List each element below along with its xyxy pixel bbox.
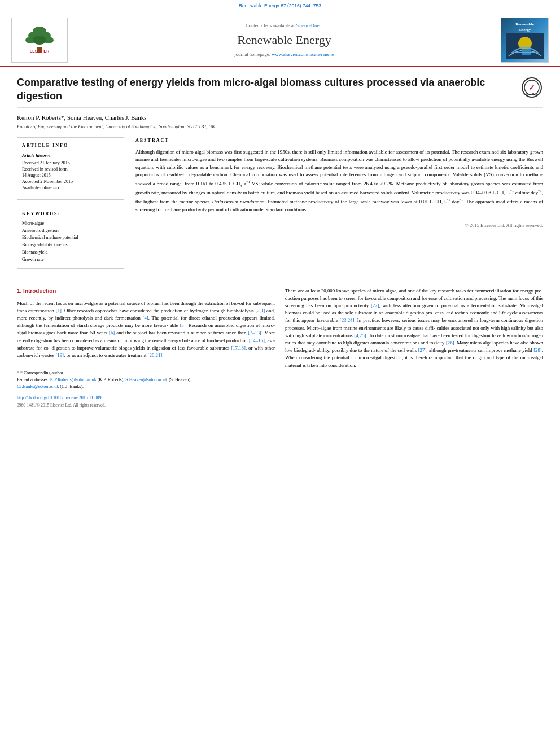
homepage-url[interactable]: www.elsevier.com/locate/renene (272, 51, 334, 57)
keyword-growth: Growth rate (22, 256, 119, 264)
email-2[interactable]: S.Heaven@soton.ac.uk (125, 377, 168, 382)
issn-line: 0960-1481/© 2015 Elsevier Ltd. All right… (17, 403, 275, 409)
crossmark-badge[interactable]: ✓ CrossMark (520, 76, 543, 99)
article-container: Comparative testing of energy yields fro… (0, 67, 560, 418)
doi-link[interactable]: http://dx.doi.org/10.1016/j.renene.2015.… (17, 395, 102, 400)
keywords-box: Keywords: Micro-algae Anaerobic digestio… (17, 206, 124, 269)
available-date: Available online xxx (22, 185, 119, 191)
svg-text:✓: ✓ (528, 84, 535, 92)
authors-text: Keiron P. Roberts*, Sonia Heaven, Charle… (17, 114, 146, 121)
article-history: Article history: Received 21 January 201… (22, 152, 119, 191)
svg-text:ELSEVIER: ELSEVIER (30, 49, 50, 53)
cover-image-svg (506, 33, 544, 59)
abstract-text: Although digestion of micro-algal biomas… (135, 148, 543, 214)
intro-col-left: 1. Introduction Much of the recent focus… (17, 287, 275, 409)
intro-heading: 1. Introduction (17, 287, 275, 295)
email-3[interactable]: CJ.Banks@soton.ac.uk (17, 384, 59, 389)
svg-text:CrossMark: CrossMark (526, 93, 538, 95)
abstract-title: ABSTRACT (135, 137, 543, 143)
revised-date: 14 August 2015 (22, 172, 119, 178)
ref-1[interactable]: [1] (56, 308, 62, 313)
keywords-title: Keywords: (22, 211, 119, 217)
keyword-biodegradability: Biodegradability kinetics (22, 242, 119, 249)
ref-28[interactable]: [28] (533, 347, 542, 353)
svg-rect-12 (517, 52, 533, 53)
left-column: ARTICLE INFO Article history: Received 2… (17, 137, 124, 268)
history-label: Article history: (22, 152, 119, 159)
crossmark-icon: ✓ CrossMark (522, 77, 542, 98)
affiliation-line: Faculty of Engineering and the Environme… (17, 124, 543, 130)
svg-point-6 (33, 36, 46, 45)
keyword-biomass: Biomass yield (22, 249, 119, 256)
right-column: ABSTRACT Although digestion of micro-alg… (135, 137, 543, 268)
doi-line[interactable]: http://dx.doi.org/10.1016/j.renene.2015.… (17, 395, 275, 401)
journal-citation: Renewable Energy 87 (2016) 744–753 (239, 3, 321, 8)
ref-2021[interactable]: [20,21] (148, 352, 163, 358)
elsevier-logo-box: ELSEVIER (11, 18, 68, 63)
article-info-title: ARTICLE INFO (22, 142, 119, 148)
ref-5[interactable]: [5] (180, 322, 185, 328)
abstract-section: ABSTRACT Although digestion of micro-alg… (135, 137, 543, 229)
ref-1718[interactable]: [17,18] (231, 345, 246, 351)
section-divider (17, 278, 543, 278)
intro-para-1: Much of the recent focus on micro-algae … (17, 300, 275, 360)
ref-4[interactable]: [4] (143, 315, 148, 321)
journal-main-title: Renewable Energy (77, 32, 492, 49)
sciencedirect-link[interactable]: ScienceDirect (296, 23, 323, 28)
authors-line: Keiron P. Roberts*, Sonia Heaven, Charle… (17, 113, 543, 122)
ref-425[interactable]: [4,25] (354, 333, 366, 338)
received-date: Received 21 January 2015 (22, 160, 119, 166)
ref-22[interactable]: [22] (371, 303, 379, 308)
ref-26[interactable]: [26] (446, 340, 454, 346)
article-info-abstract: ARTICLE INFO Article history: Received 2… (17, 137, 543, 268)
keyword-micro-algae: Micro-algae (22, 220, 119, 228)
ref-23[interactable]: [2,3] (255, 308, 265, 313)
email-addresses: E-mail addresses: K.P.Roberts@soton.ac.u… (17, 377, 275, 390)
email-1[interactable]: K.P.Roberts@soton.ac.uk (50, 377, 97, 382)
ref-2324[interactable]: [23,24] (340, 317, 355, 323)
revised-label: Received in revised form (22, 166, 119, 172)
keyword-anaerobic: Anaerobic digestion (22, 228, 119, 235)
journal-cover-image: RenewableEnergy (501, 18, 549, 63)
keyword-biochemical: Biochemical methane potential (22, 234, 119, 242)
elsevier-tree-icon: ELSEVIER (23, 27, 56, 54)
journal-header: Renewable Energy 87 (2016) 744–753 (0, 0, 560, 67)
homepage-line: journal homepage: www.elsevier.com/locat… (77, 51, 492, 58)
introduction-section: 1. Introduction Much of the recent focus… (17, 287, 543, 409)
ref-6[interactable]: [6] (109, 330, 115, 335)
corresponding-author-note: * * Corresponding author. (17, 370, 275, 377)
intro-col-right: There are at least 30,000 known species … (285, 287, 543, 409)
accepted-date: Accepted 2 November 2015 (22, 178, 119, 185)
footnote-section: * * Corresponding author. E-mail address… (17, 366, 275, 409)
ref-1416[interactable]: [14–16] (249, 338, 265, 343)
ref-27[interactable]: [27] (418, 347, 427, 353)
contents-line: Contents lists available at ScienceDirec… (77, 23, 492, 29)
copyright-line: © 2015 Elsevier Ltd. All rights reserved… (135, 219, 543, 229)
journal-title-center: Contents lists available at ScienceDirec… (77, 23, 492, 58)
article-title: Comparative testing of energy yields fro… (17, 76, 520, 103)
intro-para-2: There are at least 30,000 known species … (285, 287, 543, 369)
article-info-box: ARTICLE INFO Article history: Received 2… (17, 137, 124, 199)
article-title-section: Comparative testing of energy yields fro… (17, 76, 543, 108)
ref-19[interactable]: [19] (55, 352, 64, 358)
ref-713[interactable]: [7–13] (248, 330, 261, 335)
